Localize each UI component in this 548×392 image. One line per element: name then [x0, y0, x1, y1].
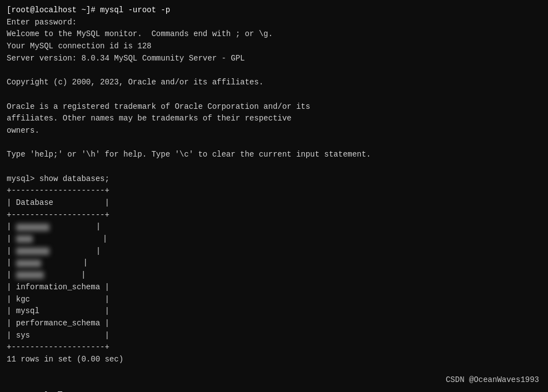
blurred-db-name-3: [16, 248, 49, 255]
db-row-mysql: | mysql |: [7, 305, 541, 318]
db-row-sys: | sys |: [7, 330, 541, 342]
blank4: [7, 161, 541, 173]
db-row-performance-schema: | performance_schema |: [7, 318, 541, 330]
db-row-blurred-3: | |: [7, 245, 541, 258]
oracle-line3: owners.: [7, 125, 541, 137]
blank1: [7, 64, 541, 77]
oracle-line1: Oracle is a registered trademark of Orac…: [7, 101, 541, 113]
blank2: [7, 89, 541, 101]
blurred-db-name-2: [16, 235, 33, 243]
db-row-blurred-1: | |: [7, 221, 541, 233]
db-row-blurred-4: | |: [7, 257, 541, 269]
table-sep-top: +--------------------+: [7, 185, 541, 197]
enter-password-line: Enter password:: [7, 17, 541, 29]
table-sep-mid: +--------------------+: [7, 209, 541, 222]
oracle-line2: affiliates. Other names may be trademark…: [7, 113, 541, 125]
watermark-text: CSDN @OceanWaves1993: [446, 375, 539, 384]
blurred-db-name-5: [16, 272, 44, 279]
terminal-window: [root@localhost ~]# mysql -uroot -p Ente…: [0, 0, 548, 392]
db-row-kgc: | kgc |: [7, 294, 541, 306]
db-row-blurred-2: | |: [7, 233, 541, 245]
help-line: Type 'help;' or '\h' for help. Type '\c'…: [7, 149, 541, 161]
connection-id-line: Your MySQL connection id is 128: [7, 41, 541, 53]
blank3: [7, 137, 541, 149]
row-count-line: 11 rows in set (0.00 sec): [7, 354, 541, 366]
server-version-line: Server version: 8.0.34 MySQL Community S…: [7, 53, 541, 65]
blurred-db-name-1: [16, 224, 49, 231]
table-sep-bottom: +--------------------+: [7, 341, 541, 354]
db-row-info-schema: | information_schema |: [7, 282, 541, 294]
table-header-row: | Database |: [7, 197, 541, 209]
show-databases-command: mysql> show databases;: [7, 173, 541, 185]
welcome-line: Welcome to the MySQL monitor. Commands e…: [7, 28, 541, 41]
initial-prompt: [root@localhost ~]# mysql -uroot -p: [7, 4, 541, 17]
db-row-blurred-5: | |: [7, 269, 541, 282]
copyright-line: Copyright (c) 2000, 2023, Oracle and/or …: [7, 77, 541, 89]
blurred-db-name-4: [16, 260, 41, 267]
